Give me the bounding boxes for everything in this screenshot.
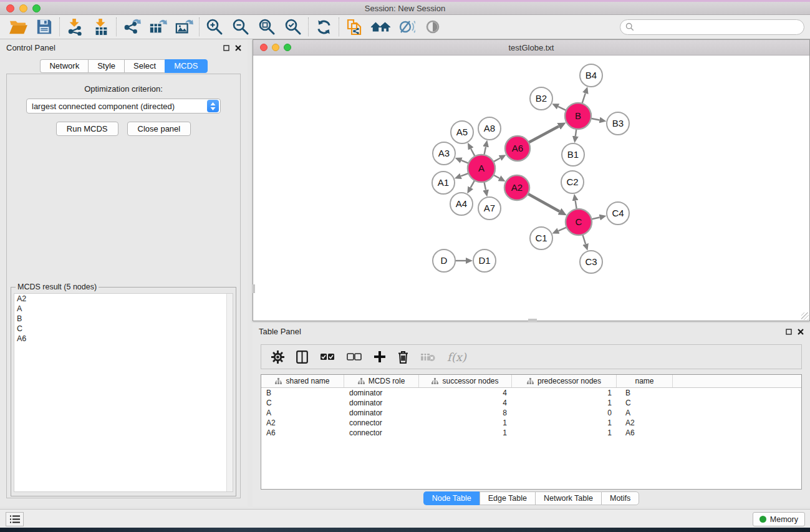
table-cell[interactable]: 0: [512, 409, 617, 417]
export-image-icon[interactable]: [171, 16, 197, 37]
table-cell[interactable]: 1: [512, 389, 617, 397]
tab-network[interactable]: Network: [40, 59, 88, 73]
import-network-icon[interactable]: [62, 16, 88, 37]
deselect-all-icon[interactable]: [347, 353, 362, 360]
hide-details-icon[interactable]: [393, 16, 420, 37]
search-input[interactable]: [637, 22, 799, 31]
table-cell[interactable]: A6: [617, 428, 673, 437]
table-row[interactable]: A6connector11A6: [261, 428, 801, 438]
network-window-title: testGlobe.txt: [253, 43, 809, 52]
table-cell[interactable]: C: [617, 399, 673, 407]
zoom-fit-icon[interactable]: [254, 16, 280, 37]
graph-node-label: C3: [585, 256, 597, 267]
column-header-successor-nodes[interactable]: successor nodes: [419, 375, 512, 387]
search-field[interactable]: [620, 19, 804, 35]
float-panel-icon[interactable]: [223, 45, 229, 51]
delete-column-icon[interactable]: [398, 351, 408, 364]
close-panel-button[interactable]: Close panel: [127, 122, 191, 136]
run-mcds-button[interactable]: Run MCDS: [56, 122, 118, 136]
mcds-result-item[interactable]: B: [14, 314, 233, 324]
export-network-icon[interactable]: [118, 16, 145, 37]
table-cell[interactable]: connector: [344, 428, 419, 437]
network-graph[interactable]: B4B2BB3B1A5A8A6A3AA1C2A2A4A7CC4C1C3DD1: [253, 56, 809, 321]
table-body[interactable]: Bdominator41BCdominator41CAdominator80AA…: [261, 388, 801, 438]
mcds-result-list[interactable]: A2ABCA6: [14, 293, 233, 492]
task-history-button[interactable]: [6, 512, 24, 526]
table-cell[interactable]: A: [261, 409, 344, 417]
table-cell[interactable]: connector: [344, 418, 419, 427]
column-header-predecessor-nodes[interactable]: predecessor nodes: [512, 375, 617, 387]
column-header-shared-name[interactable]: shared name: [261, 375, 344, 387]
table-cell[interactable]: A6: [261, 428, 344, 437]
tab-edge-table[interactable]: Edge Table: [480, 491, 535, 505]
table-row[interactable]: A2connector11A2: [261, 418, 801, 428]
select-stepper-icon: [207, 100, 219, 112]
table-cell[interactable]: dominator: [344, 399, 419, 407]
tab-select[interactable]: Select: [124, 59, 165, 73]
table-cell[interactable]: 1: [419, 418, 512, 427]
memory-button[interactable]: Memory: [753, 512, 805, 526]
open-session-icon[interactable]: [5, 16, 31, 37]
network-resize-grip[interactable]: [801, 312, 809, 320]
column-header-mcds-role[interactable]: MCDS role: [344, 375, 419, 387]
table-cell[interactable]: A2: [261, 418, 344, 427]
tab-motifs[interactable]: Motifs: [601, 491, 639, 505]
show-eye-icon[interactable]: [420, 16, 446, 37]
network-vscroll-hint[interactable]: [253, 284, 255, 293]
import-table-icon[interactable]: [88, 16, 114, 37]
gear-icon[interactable]: [271, 351, 284, 364]
zoom-in-icon[interactable]: [201, 16, 228, 37]
home-view-icon[interactable]: [367, 16, 393, 37]
columns-icon[interactable]: [296, 351, 308, 364]
mcds-result-groupbox: MCDS result (5 nodes) A2ABCA6: [11, 287, 236, 496]
network-canvas[interactable]: B4B2BB3B1A5A8A6A3AA1C2A2A4A7CC4C1C3DD1: [253, 56, 809, 321]
table-cell[interactable]: 4: [419, 399, 512, 407]
add-column-icon[interactable]: [374, 351, 386, 363]
graph-edge[interactable]: [528, 127, 559, 143]
table-cell[interactable]: 8: [419, 409, 512, 417]
tab-network-table[interactable]: Network Table: [535, 491, 601, 505]
graph-edge[interactable]: [527, 193, 560, 211]
criterion-select[interactable]: largest connected component (directed): [26, 99, 221, 114]
node-table[interactable]: shared name MCDS role successor nodes pr…: [261, 374, 802, 490]
table-row[interactable]: Cdominator41C: [261, 398, 801, 408]
close-panel-icon[interactable]: [235, 45, 241, 51]
zoom-selected-icon[interactable]: [280, 16, 306, 37]
mcds-result-item[interactable]: A2: [14, 294, 233, 304]
tab-node-table[interactable]: Node Table: [423, 491, 480, 505]
table-row[interactable]: Adominator80A: [261, 408, 801, 418]
function-builder-icon[interactable]: f(x): [447, 351, 466, 364]
column-header-name[interactable]: name: [617, 375, 673, 387]
refresh-icon[interactable]: [311, 16, 337, 37]
select-all-icon[interactable]: [320, 353, 335, 360]
table-cell[interactable]: dominator: [344, 409, 419, 417]
tab-mcds[interactable]: MCDS: [165, 59, 207, 73]
tab-style[interactable]: Style: [88, 59, 124, 73]
network-hscroll-hint[interactable]: [528, 319, 537, 321]
table-cell[interactable]: A: [617, 409, 673, 417]
table-cell[interactable]: A2: [617, 418, 673, 427]
mcds-result-item[interactable]: A: [14, 304, 233, 314]
criterion-select-value: largest connected component (directed): [27, 102, 207, 111]
network-window-titlebar[interactable]: testGlobe.txt: [253, 40, 809, 56]
table-cell[interactable]: dominator: [344, 389, 419, 397]
zoom-out-icon[interactable]: [228, 16, 254, 37]
export-table-icon[interactable]: [145, 16, 171, 37]
table-cell[interactable]: C: [261, 399, 344, 407]
table-cell[interactable]: B: [617, 389, 673, 397]
mcds-result-item[interactable]: A6: [14, 334, 233, 344]
close-table-panel-icon[interactable]: [798, 329, 804, 335]
table-cell[interactable]: 4: [419, 389, 512, 397]
table-cell[interactable]: 1: [419, 428, 512, 437]
table-cell[interactable]: 1: [512, 428, 617, 437]
table-cell[interactable]: 1: [512, 399, 617, 407]
delete-table-icon[interactable]: [420, 352, 435, 362]
save-session-icon[interactable]: [31, 16, 57, 37]
clone-network-icon[interactable]: [341, 16, 367, 37]
table-row[interactable]: Bdominator41B: [261, 388, 801, 398]
mcds-result-item[interactable]: C: [14, 324, 233, 334]
float-table-panel-icon[interactable]: [786, 329, 792, 335]
table-cell[interactable]: 1: [512, 418, 617, 427]
mcds-list-scrollbar[interactable]: [226, 294, 233, 491]
table-cell[interactable]: B: [261, 389, 344, 397]
